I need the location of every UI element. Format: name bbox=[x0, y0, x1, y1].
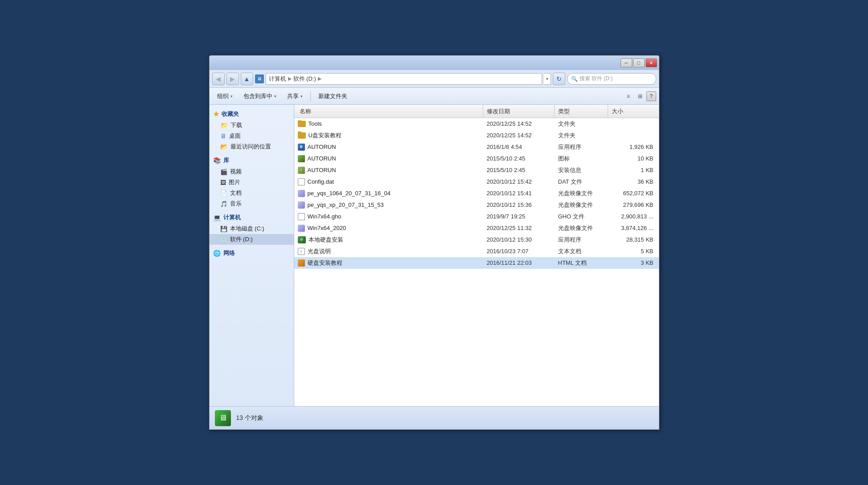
file-date-cell: 2015/5/10 2:45 bbox=[483, 155, 555, 162]
file-name-cell: 硬盘安装教程 bbox=[296, 259, 483, 267]
table-row[interactable]: ≡ 光盘说明 2016/10/23 7:07 文本文档 5 KB bbox=[294, 246, 659, 257]
sidebar-label-d: 软件 (D:) bbox=[230, 235, 253, 243]
file-type-cell: 光盘映像文件 bbox=[555, 189, 608, 197]
network-label: 网络 bbox=[223, 249, 235, 257]
file-size-cell: 2,900,813 ... bbox=[608, 213, 657, 220]
toolbar-separator bbox=[310, 91, 311, 102]
sidebar-item-d-drive[interactable]: 💿 软件 (D:) bbox=[210, 234, 294, 245]
help-button[interactable]: ? bbox=[646, 91, 656, 101]
share-button[interactable]: 共享 ▾ bbox=[282, 90, 308, 103]
sidebar-item-recent[interactable]: 📂 最近访问的位置 bbox=[210, 141, 294, 152]
address-dropdown-button[interactable]: ▾ bbox=[544, 73, 551, 85]
file-name-text: pe_yqs_1064_20_07_31_16_04 bbox=[308, 190, 391, 197]
file-name-text: Win7x64_2020 bbox=[308, 225, 346, 231]
file-icon-local: ⚙ bbox=[298, 236, 306, 243]
table-row[interactable]: U盘安装教程 2020/12/25 14:52 文件夹 bbox=[294, 130, 659, 141]
library-label: 库 bbox=[223, 156, 229, 164]
table-row[interactable]: Tools 2020/12/25 14:52 文件夹 bbox=[294, 118, 659, 130]
file-name-text: AUTORUN bbox=[308, 167, 336, 173]
folder-icon-downloads: 📁 bbox=[220, 122, 228, 129]
sidebar-label-music: 音乐 bbox=[230, 200, 242, 208]
new-folder-button[interactable]: 新建文件夹 bbox=[313, 90, 352, 103]
folder-icon-c: 💾 bbox=[220, 226, 227, 232]
column-date[interactable]: 修改日期 bbox=[483, 105, 555, 118]
file-name-cell: Win7x64_2020 bbox=[296, 225, 483, 232]
sidebar-network-header[interactable]: 🌐 网络 bbox=[210, 247, 294, 259]
organize-button[interactable]: 组织 ▾ bbox=[212, 90, 238, 103]
table-row[interactable]: Win7x64_2020 2020/12/25 11:32 光盘映像文件 3,8… bbox=[294, 222, 659, 234]
breadcrumb-drive[interactable]: 软件 (D:) bbox=[293, 75, 316, 83]
minimize-button[interactable]: ─ bbox=[621, 58, 632, 67]
folder-icon-recent: 📂 bbox=[220, 143, 228, 150]
close-button[interactable]: ✕ bbox=[646, 58, 657, 67]
forward-button[interactable]: ▶ bbox=[226, 73, 239, 85]
file-type-cell: HTML 文档 bbox=[555, 259, 608, 267]
file-size-cell: 10 KB bbox=[608, 155, 657, 162]
file-name-text: 本地硬盘安装 bbox=[309, 236, 343, 244]
sidebar-item-music[interactable]: 🎵 音乐 bbox=[210, 198, 294, 209]
table-row[interactable]: i AUTORUN 2015/5/10 2:45 安装信息 1 KB bbox=[294, 164, 659, 176]
sidebar-label-recent: 最近访问的位置 bbox=[230, 143, 271, 151]
include-library-button[interactable]: 包含到库中 ▾ bbox=[239, 90, 281, 103]
breadcrumb[interactable]: 计算机 ▶ 软件 (D:) ▶ bbox=[266, 73, 542, 85]
file-name-cell: Config.dat bbox=[296, 178, 483, 185]
up-button[interactable]: ▲ bbox=[241, 73, 253, 85]
sidebar: ★ 收藏夹 📁 下载 🖥 桌面 📂 最近访问的位置 📚 bbox=[210, 105, 294, 406]
view-toggle-button[interactable]: ≡ bbox=[623, 91, 634, 102]
view-controls: ≡ ⊞ ? bbox=[623, 91, 656, 102]
sidebar-favorites-header[interactable]: ★ 收藏夹 bbox=[210, 108, 294, 120]
file-icon-iso bbox=[298, 201, 305, 209]
sidebar-item-documents[interactable]: 📄 文档 bbox=[210, 188, 294, 198]
column-type[interactable]: 类型 bbox=[555, 105, 608, 118]
file-name-cell: pe_yqs_xp_20_07_31_15_53 bbox=[296, 201, 483, 209]
search-bar[interactable]: 🔍 搜索 软件 (D:) bbox=[567, 73, 656, 85]
sidebar-library-header[interactable]: 📚 库 bbox=[210, 155, 294, 166]
sidebar-item-desktop[interactable]: 🖥 桌面 bbox=[210, 131, 294, 141]
search-icon: 🔍 bbox=[571, 76, 578, 82]
network-section: 🌐 网络 bbox=[210, 247, 294, 259]
file-type-cell: 文件夹 bbox=[555, 132, 608, 140]
include-library-arrow: ▾ bbox=[274, 94, 276, 99]
maximize-button[interactable]: □ bbox=[633, 58, 645, 67]
table-row[interactable]: ⚙ AUTORUN 2016/1/8 4:54 应用程序 1,926 KB bbox=[294, 141, 659, 153]
table-row[interactable]: pe_yqs_xp_20_07_31_15_53 2020/10/12 15:3… bbox=[294, 199, 659, 211]
file-icon-exe: ⚙ bbox=[298, 144, 305, 151]
computer-label: 计算机 bbox=[223, 214, 241, 222]
share-label: 共享 bbox=[287, 92, 299, 100]
column-size[interactable]: 大小 bbox=[608, 105, 657, 118]
back-button[interactable]: ◀ bbox=[212, 73, 225, 85]
table-row[interactable]: ⚙ 本地硬盘安装 2020/10/12 15:30 应用程序 28,315 KB bbox=[294, 234, 659, 246]
table-row[interactable]: pe_yqs_1064_20_07_31_16_04 2020/10/12 15… bbox=[294, 188, 659, 199]
file-size-cell: 36 KB bbox=[608, 178, 657, 185]
include-library-label: 包含到库中 bbox=[243, 92, 272, 100]
table-row[interactable]: Win7x64.gho 2019/9/7 19:25 GHO 文件 2,900,… bbox=[294, 211, 659, 222]
file-icon-img bbox=[298, 155, 305, 162]
main-content: ★ 收藏夹 📁 下载 🖥 桌面 📂 最近访问的位置 📚 bbox=[210, 105, 659, 406]
sidebar-item-videos[interactable]: 🎬 视频 bbox=[210, 166, 294, 177]
table-row[interactable]: Config.dat 2020/10/12 15:42 DAT 文件 36 KB bbox=[294, 176, 659, 188]
file-name-cell: Tools bbox=[296, 120, 483, 127]
breadcrumb-sep1: ▶ bbox=[288, 76, 292, 82]
refresh-button[interactable]: ↻ bbox=[553, 73, 565, 85]
file-size-cell: 652,072 KB bbox=[608, 190, 657, 197]
breadcrumb-computer[interactable]: 计算机 bbox=[269, 75, 286, 83]
title-bar: ─ □ ✕ bbox=[210, 56, 659, 70]
sidebar-item-downloads[interactable]: 📁 下载 bbox=[210, 120, 294, 131]
sidebar-item-pictures[interactable]: 🖼 图片 bbox=[210, 177, 294, 188]
table-row[interactable]: AUTORUN 2015/5/10 2:45 图标 10 KB bbox=[294, 153, 659, 164]
sidebar-label-documents: 文档 bbox=[230, 189, 242, 197]
sidebar-computer-header[interactable]: 💻 计算机 bbox=[210, 212, 294, 223]
file-date-cell: 2016/10/23 7:07 bbox=[483, 248, 555, 255]
file-size-cell: 28,315 KB bbox=[608, 236, 657, 243]
table-row[interactable]: 硬盘安装教程 2016/11/21 22:03 HTML 文档 3 KB bbox=[294, 257, 659, 269]
column-name[interactable]: 名称 bbox=[296, 105, 483, 118]
file-type-cell: 文件夹 bbox=[555, 120, 608, 128]
view-details-button[interactable]: ⊞ bbox=[635, 91, 646, 102]
file-size-cell: 1 KB bbox=[608, 167, 657, 173]
folder-icon-videos: 🎬 bbox=[220, 169, 227, 175]
file-list: Tools 2020/12/25 14:52 文件夹 U盘安装教程 2020/1… bbox=[294, 118, 659, 406]
file-size-cell: 279,696 KB bbox=[608, 201, 657, 208]
computer-section: 💻 计算机 💾 本地磁盘 (C:) 💿 软件 (D:) bbox=[210, 212, 294, 245]
file-date-cell: 2020/12/25 14:52 bbox=[483, 120, 555, 127]
sidebar-item-c-drive[interactable]: 💾 本地磁盘 (C:) bbox=[210, 223, 294, 234]
